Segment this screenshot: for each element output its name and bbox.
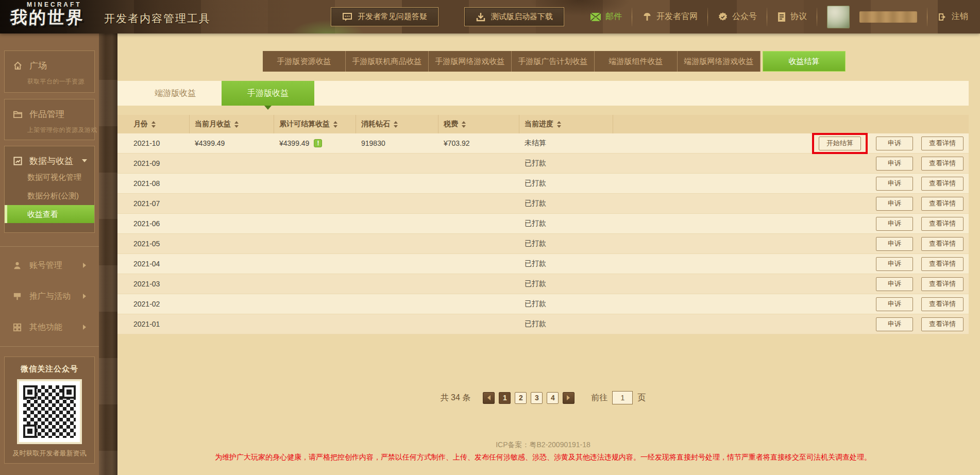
faq-button[interactable]: 开发者常见问题答疑 xyxy=(331,7,438,26)
username-blurred xyxy=(859,11,917,23)
logo-wordmark: MINECRAFT xyxy=(27,2,85,8)
view-details-button[interactable]: 查看详情 xyxy=(921,237,964,251)
sidebar-item-data-revenue: 数据与收益 数据可视化管理 数据分析(公测) 收益查看 xyxy=(4,146,95,233)
prev-page-button[interactable] xyxy=(483,392,495,404)
row-actions: 申诉查看详情 xyxy=(613,157,969,171)
page-button-2[interactable]: 2 xyxy=(515,392,527,404)
tab-mobile-network-game-revenue[interactable]: 手游版网络游戏收益 xyxy=(429,51,512,72)
wechat-account-link[interactable]: 公众号 xyxy=(718,11,757,22)
appeal-button[interactable]: 申诉 xyxy=(876,177,913,191)
table-row: 2021-10¥4399.49¥4399.49!919830¥703.92未结算… xyxy=(117,133,969,154)
goto-page-input[interactable] xyxy=(612,391,633,404)
view-details-button[interactable]: 查看详情 xyxy=(921,257,964,271)
progress-cell: 已打款 xyxy=(519,159,613,168)
chart-trend-icon xyxy=(13,156,23,166)
progress-cell: 未结算 xyxy=(519,139,613,148)
home-icon xyxy=(13,61,23,71)
sort-icon xyxy=(151,121,156,128)
view-details-button[interactable]: 查看详情 xyxy=(921,277,964,291)
view-details-button[interactable]: 查看详情 xyxy=(921,317,964,331)
sidebar-promotion-label: 推广与活动 xyxy=(29,291,71,302)
sidebar-square-subtitle: 获取平台的一手资源 xyxy=(27,77,94,86)
appeal-button[interactable]: 申诉 xyxy=(876,197,913,211)
sidebar-item-other[interactable]: 其他功能 xyxy=(4,317,95,337)
sort-icon xyxy=(333,121,337,128)
row-actions: 申诉查看详情 xyxy=(613,317,969,331)
wechat-qr-panel: 微信关注公众号 及时获取开发者最新资讯 xyxy=(4,357,95,464)
view-details-button[interactable]: 查看详情 xyxy=(921,217,964,231)
sidebar-item-revenue-view-active[interactable]: 收益查看 xyxy=(5,205,94,223)
qr-finder xyxy=(23,425,37,438)
subtab-mobile-revenue-active[interactable]: 手游版收益 xyxy=(222,81,314,106)
month-cell: 2021-09 xyxy=(117,159,190,167)
column-tax-header[interactable]: 税费 xyxy=(438,115,519,133)
sidebar-item-data-visualization[interactable]: 数据可视化管理 xyxy=(5,168,94,186)
sidebar-divider xyxy=(0,346,99,347)
sidebar-item-square[interactable]: 广场 获取平台的一手资源 xyxy=(4,50,95,93)
agreement-link[interactable]: 协议 xyxy=(777,11,807,22)
column-cumulative-header[interactable]: 累计可结算收益 xyxy=(274,115,356,133)
progress-cell: 已打款 xyxy=(519,199,613,208)
column-diamonds-header[interactable]: 消耗钻石 xyxy=(356,115,438,133)
sidebar-item-data-analysis[interactable]: 数据分析(公测) xyxy=(5,186,94,205)
appeal-button[interactable]: 申诉 xyxy=(876,317,913,331)
sidebar-item-account[interactable]: 账号管理 xyxy=(4,255,95,276)
appeal-button[interactable]: 申诉 xyxy=(876,137,913,150)
appeal-button[interactable]: 申诉 xyxy=(876,237,913,251)
page-button-4[interactable]: 4 xyxy=(547,392,559,404)
view-details-button[interactable]: 查看详情 xyxy=(921,177,964,191)
avatar[interactable] xyxy=(827,6,850,28)
divider xyxy=(767,8,767,26)
download-button-label: 测试版启动器下载 xyxy=(491,12,553,22)
progress-cell: 已打款 xyxy=(519,219,613,228)
tab-revenue-settlement-active[interactable]: 收益结算 xyxy=(763,51,846,72)
qr-panel-title: 微信关注公众号 xyxy=(5,364,94,374)
page-button-3[interactable]: 3 xyxy=(531,392,543,404)
tab-mobile-resource-revenue[interactable]: 手游版资源收益 xyxy=(263,51,346,72)
mail-link[interactable]: 邮件 xyxy=(590,11,622,22)
appeal-button[interactable]: 申诉 xyxy=(876,257,913,271)
appeal-button[interactable]: 申诉 xyxy=(876,297,913,311)
tab-mobile-ad-plan-revenue[interactable]: 手游版广告计划收益 xyxy=(512,51,595,72)
column-progress-header[interactable]: 当前进度 xyxy=(519,115,613,133)
next-page-button[interactable] xyxy=(563,392,575,404)
official-site-link[interactable]: 开发者官网 xyxy=(642,11,698,22)
sidebar-data-revenue-toggle[interactable]: 数据与收益 xyxy=(13,154,94,168)
agreement-label: 协议 xyxy=(790,11,807,22)
sidebar-works-subtitle: 上架管理你的资源及游戏 xyxy=(27,126,94,134)
tab-pc-component-revenue[interactable]: 端游版组件收益 xyxy=(595,51,678,72)
sidebar: 广场 获取平台的一手资源 作品管理 上架管理你的资源及游戏 数据与收益 数据可视… xyxy=(0,33,99,475)
qr-code xyxy=(17,379,82,444)
appeal-button[interactable]: 申诉 xyxy=(876,157,913,171)
start-settlement-button[interactable]: 开始结算 xyxy=(819,137,861,150)
top-header: MINECRAFT 我的世界 开发者内容管理工具 开发者常见问题答疑 测试版启动… xyxy=(0,0,980,33)
month-cell: 2021-04 xyxy=(117,260,190,268)
sidebar-item-works[interactable]: 作品管理 上架管理你的资源及游戏 xyxy=(4,99,95,140)
view-details-button[interactable]: 查看详情 xyxy=(921,197,964,211)
tab-mobile-online-goods-revenue[interactable]: 手游版联机商品收益 xyxy=(346,51,429,72)
alert-icon[interactable]: ! xyxy=(314,139,322,147)
icp-record-text: ICP备案：粤B2-20090191-18 xyxy=(117,440,969,450)
column-month-header[interactable]: 月份 xyxy=(117,115,190,133)
logout-link[interactable]: 注销 xyxy=(937,11,968,22)
divider xyxy=(707,8,708,26)
beta-launcher-download-button[interactable]: 测试版启动器下载 xyxy=(464,7,564,26)
appeal-button[interactable]: 申诉 xyxy=(876,217,913,231)
earnings-table: 月份 当前月收益 累计可结算收益 消耗钻石 税费 当前进度 xyxy=(117,115,969,334)
table-row: 2021-02已打款申诉查看详情 xyxy=(117,294,969,314)
tab-pc-network-game-revenue[interactable]: 端游版网络游戏收益 xyxy=(678,51,761,72)
sidebar-item-promotion[interactable]: 推广与活动 xyxy=(4,286,95,307)
subtab-pc-revenue[interactable]: 端游版收益 xyxy=(129,81,222,106)
view-details-button[interactable]: 查看详情 xyxy=(921,157,964,171)
mail-label: 邮件 xyxy=(605,11,622,22)
view-details-button[interactable]: 查看详情 xyxy=(921,137,964,150)
minecraft-logo[interactable]: MINECRAFT 我的世界 xyxy=(10,2,85,26)
view-details-button[interactable]: 查看详情 xyxy=(921,297,964,311)
pagination: 共 34 条 1 2 3 4 前往 页 xyxy=(117,391,969,404)
appeal-button[interactable]: 申诉 xyxy=(876,277,913,291)
page-button-1[interactable]: 1 xyxy=(499,392,511,404)
row-actions: 申诉查看详情 xyxy=(613,197,969,211)
sidebar-square-label: 广场 xyxy=(29,60,47,72)
column-label: 当前月收益 xyxy=(195,120,231,129)
column-current-month-header[interactable]: 当前月收益 xyxy=(190,115,274,133)
